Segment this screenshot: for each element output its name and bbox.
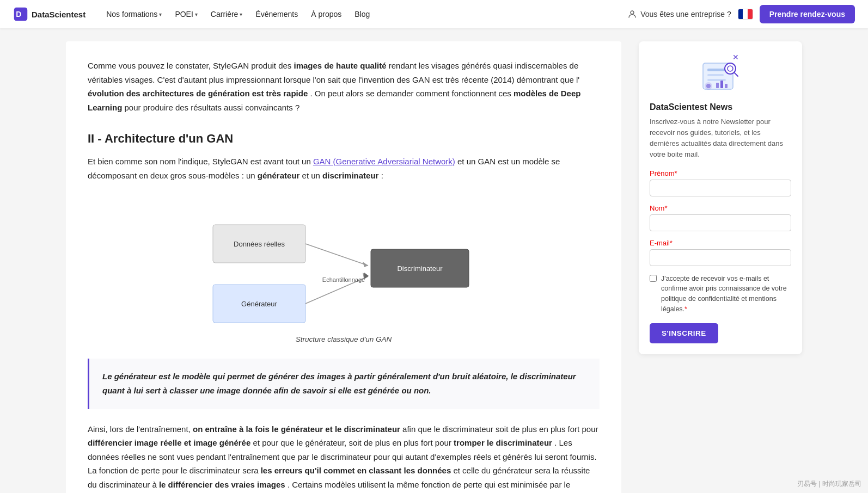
page-wrapper: Comme vous pouvez le constater, StyleGAN… [53,28,815,493]
nos-formations-chevron-icon: ▾ [159,11,162,17]
svg-line-9 [305,244,368,266]
logo[interactable]: D DataScientest [13,7,85,22]
svg-point-24 [706,84,711,88]
email-label: E-mail* [650,239,791,247]
enterprise-link[interactable]: Vous êtes une entreprise ? [627,9,731,19]
gan-diagram-svg: Données réelles Générateur Discriminateu… [202,198,485,328]
newsletter-card: ✕ DataScientest News Inscrivez-vous à no… [639,41,802,354]
newsletter-title: DataScientest News [650,102,791,112]
svg-text:Générateur: Générateur [241,300,277,308]
email-input[interactable] [650,249,791,266]
svg-rect-26 [720,81,723,88]
section2-title: II - Architecture d'un GAN [88,132,600,146]
poei-chevron-icon: ▾ [195,11,198,17]
subscribe-button[interactable]: S'INSCRIRE [650,323,718,343]
prenom-input[interactable] [650,180,791,196]
watermark: 刃易号 | 时尚玩家岳司 [797,479,861,489]
svg-text:Discriminateur: Discriminateur [397,264,443,273]
svg-line-21 [734,72,738,76]
enterprise-icon [627,9,637,19]
svg-point-2 [631,11,634,14]
nav-carriere[interactable]: Carrière ▾ [205,7,248,22]
consent-label: J'accepte de recevoir vos e-mails et con… [661,274,791,315]
logo-text: DataScientest [32,10,85,19]
navbar: D DataScientest Nos formations ▾ POEI ▾ … [0,0,868,28]
diagram-caption: Structure classique d'un GAN [296,335,392,343]
prenom-label: Prénom* [650,169,791,177]
nav-blog[interactable]: Blog [349,7,375,22]
carriere-chevron-icon: ▾ [240,11,242,17]
newsletter-icon: ✕ [693,52,748,96]
svg-rect-17 [707,74,724,76]
nav-a-propos[interactable]: À propos [305,7,347,22]
newsletter-icon-wrap: ✕ [650,52,791,96]
quote-block: Le générateur est le modèle qui permet d… [88,359,600,409]
nav-evenements[interactable]: Événements [250,7,303,22]
nav-links: Nos formations ▾ POEI ▾ Carrière ▾ Événe… [101,7,612,22]
svg-marker-14 [364,273,369,279]
consent-checkbox[interactable] [650,275,657,282]
last-paragraph: Ainsi, lors de l'entraînement, on entraî… [88,422,600,494]
article-content: Comme vous pouvez le constater, StyleGAN… [66,41,621,493]
intro-paragraph: Comme vous pouvez le constater, StyleGAN… [88,59,600,114]
consent-row: J'accepte de recevoir vos e-mails et con… [650,274,791,315]
nom-input[interactable] [650,214,791,231]
svg-rect-18 [707,79,726,81]
section2-para1: Et bien comme son nom l'indique, StyleGA… [88,155,600,182]
newsletter-desc: Inscrivez-vous à notre Newsletter pour r… [650,116,791,161]
svg-marker-10 [363,262,368,267]
svg-rect-25 [716,83,719,88]
svg-text:Echantillonnage: Echantillonnage [322,276,365,283]
language-flag[interactable] [738,9,753,20]
nom-label: Nom* [650,204,791,212]
navbar-right: Vous êtes une entreprise ? Prendre rende… [627,5,855,23]
gan-link[interactable]: GAN (Generative Adversiarial Network) [313,157,455,166]
prendre-rdv-button[interactable]: Prendre rendez-vous [760,5,855,23]
sidebar: ✕ DataScientest News Inscrivez-vous à no… [639,41,802,493]
svg-text:✕: ✕ [732,53,739,61]
svg-text:Données réelles: Données réelles [234,240,285,248]
gan-diagram: Données réelles Générateur Discriminateu… [88,198,600,343]
nav-nos-formations[interactable]: Nos formations ▾ [101,7,167,22]
svg-text:D: D [16,10,21,19]
svg-rect-27 [725,84,728,88]
nav-poei[interactable]: POEI ▾ [169,7,203,22]
